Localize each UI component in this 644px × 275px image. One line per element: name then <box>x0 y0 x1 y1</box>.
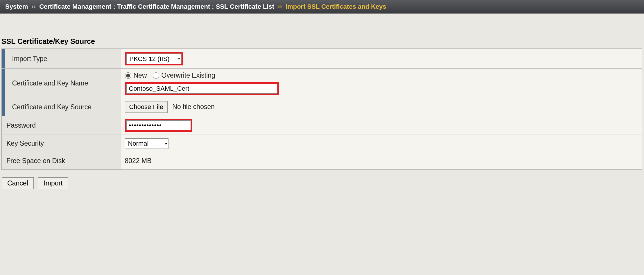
ssl-source-form: Import Type PKCS 12 (IIS) Certificate an… <box>1 49 642 170</box>
import-type-select[interactable]: PKCS 12 (IIS) <box>126 53 182 64</box>
import-type-label: Import Type <box>5 49 121 69</box>
radio-overwrite-label: Overwrite Existing <box>162 72 215 79</box>
key-security-label: Key Security <box>2 135 121 152</box>
highlight-cert-name <box>125 82 279 95</box>
free-space-value: 8022 MB <box>121 152 642 170</box>
cert-key-source-label: Certificate and Key Source <box>5 98 121 116</box>
accent-bar <box>2 49 5 69</box>
action-button-row: Cancel Import <box>0 170 644 192</box>
radio-new-label: New <box>134 72 147 79</box>
breadcrumb-current: Import SSL Certificates and Keys <box>286 3 386 10</box>
accent-bar <box>2 69 5 98</box>
radio-overwrite[interactable] <box>153 72 159 79</box>
password-input[interactable] <box>126 120 191 130</box>
breadcrumb-root[interactable]: System <box>5 3 28 10</box>
breadcrumb-separator: ›› <box>278 3 282 10</box>
section-title: SSL Certificate/Key Source <box>0 14 644 49</box>
cert-name-radio-group: New Overwrite Existing <box>125 72 638 79</box>
choose-file-button[interactable]: Choose File <box>125 101 168 113</box>
breadcrumb: System ›› Certificate Management : Traff… <box>0 0 644 14</box>
cancel-button[interactable]: Cancel <box>2 177 34 189</box>
cert-key-name-input[interactable] <box>126 84 277 94</box>
cert-key-name-label: Certificate and Key Name <box>5 69 121 98</box>
breadcrumb-path[interactable]: Certificate Management : Traffic Certifi… <box>39 3 274 10</box>
import-button[interactable]: Import <box>38 177 68 189</box>
highlight-password <box>125 119 192 132</box>
breadcrumb-separator: ›› <box>31 3 36 10</box>
radio-new[interactable] <box>125 72 131 79</box>
password-label: Password <box>2 116 121 135</box>
free-space-label: Free Space on Disk <box>2 152 121 170</box>
file-chosen-status: No file chosen <box>172 103 215 110</box>
highlight-import-type: PKCS 12 (IIS) <box>125 52 183 65</box>
accent-bar <box>2 98 5 116</box>
key-security-select[interactable]: Normal <box>125 138 168 149</box>
